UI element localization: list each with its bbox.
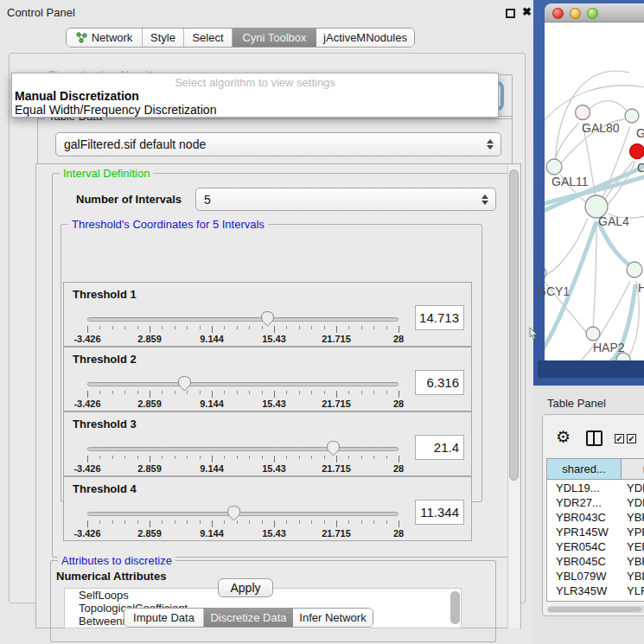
slider-ticks xyxy=(87,520,399,527)
node-label-g-cut: G xyxy=(636,126,644,140)
thresholds-group-title: Threshold's Coordinates for 5 Intervals xyxy=(68,218,268,231)
scrollbar-thumb[interactable] xyxy=(548,607,641,612)
table-row[interactable]: YER054CYER0 xyxy=(547,539,644,554)
table-row[interactable]: YBR045CYBR0 xyxy=(547,554,644,569)
threshold-1-value-input[interactable] xyxy=(415,305,464,330)
threshold-1-label: Threshold 1 xyxy=(73,288,137,301)
number-of-intervals-combobox[interactable]: 5 xyxy=(195,188,496,211)
network-node-hap2[interactable] xyxy=(586,327,600,341)
close-traffic-light-icon[interactable] xyxy=(552,8,564,19)
table-data-group: Table Data galFiltered.sif default node xyxy=(37,116,513,164)
network-node-gal80[interactable] xyxy=(576,105,590,120)
network-window-titlebar[interactable] xyxy=(545,3,644,22)
threshold-4-slider[interactable]: -3.426 2.859 9.144 15.43 21.715 28 xyxy=(87,510,399,539)
slider-track[interactable] xyxy=(87,512,399,516)
threshold-2-value-input[interactable] xyxy=(415,370,464,395)
threshold-2-label: Threshold 2 xyxy=(73,353,137,366)
slider-thumb[interactable] xyxy=(226,505,241,521)
table-row[interactable]: YPR145WYPR1 xyxy=(547,525,644,539)
threshold-panel-4: Threshold 4 -3.426 2.859 9.144 15.43 21.… xyxy=(63,476,472,541)
cyni-toolbox-content: Discretization Algorithm Table Data galF… xyxy=(9,53,526,603)
network-node-gal11[interactable] xyxy=(546,159,562,175)
table-row[interactable]: YIL052CYIL0 xyxy=(547,598,644,602)
algorithm-dropdown-popup: Select algorithm to view settings Manual… xyxy=(11,73,499,118)
threshold-3-slider[interactable]: -3.426 2.859 9.144 15.43 21.715 28 xyxy=(87,445,399,475)
tab-cyni-toolbox[interactable]: Cyni Toolbox xyxy=(233,29,316,47)
dropdown-item-equal-width-frequency[interactable]: Equal Width/Frequency Discretization xyxy=(12,103,498,117)
tab-discretize-data[interactable]: Discretize Data xyxy=(204,609,293,627)
table-rows: YDL19...YDL1 YDR27...YDR2 YBR043CYBR0 YP… xyxy=(547,481,644,602)
apply-button[interactable]: Apply xyxy=(218,578,273,597)
split-columns-icon[interactable] xyxy=(586,430,603,446)
list-scrollbar[interactable] xyxy=(450,591,460,624)
tab-impute-data[interactable]: Impute Data xyxy=(124,609,204,627)
node-label-gal80: GAL80 xyxy=(582,121,620,135)
table-row[interactable]: YBR043CYBR0 xyxy=(547,510,644,525)
settings-scrollbar[interactable] xyxy=(507,165,520,628)
slider-track[interactable] xyxy=(87,447,399,451)
tab-jactivemnodules[interactable]: jActiveMNodules xyxy=(316,29,414,47)
network-canvas[interactable] xyxy=(545,22,644,360)
node-table: shared... n YDL19...YDL1 YDR27...YDR2 YB… xyxy=(546,458,644,602)
table-data-combobox[interactable]: galFiltered.sif default node xyxy=(55,132,501,156)
threshold-panel-2: Threshold 2 -3.426 2.859 9.144 15.43 21.… xyxy=(63,347,472,411)
network-node-gcy1[interactable] xyxy=(545,266,546,280)
checkbox-icon[interactable]: ✓ xyxy=(615,434,624,443)
table-panel-title: Table Panel xyxy=(547,397,606,410)
table-panel: Table Panel ⚙ ✓ ✓ shared... n YDL19...YD… xyxy=(533,386,644,644)
slider-track[interactable] xyxy=(87,382,399,386)
close-icon[interactable]: ✖ xyxy=(522,5,532,18)
zoom-traffic-light-icon[interactable] xyxy=(587,8,598,19)
number-of-intervals-label: Number of Intervals xyxy=(76,193,182,206)
column-header-name[interactable]: n xyxy=(622,459,644,479)
network-graph xyxy=(545,22,644,360)
mouse-cursor xyxy=(529,328,538,340)
slider-ticks xyxy=(87,456,399,462)
node-label-gcy1: GCY1 xyxy=(537,284,570,298)
checkbox-icon[interactable]: ✓ xyxy=(627,434,636,443)
node-label-hap2: HAP2 xyxy=(593,341,625,354)
slider-track[interactable] xyxy=(87,317,399,322)
dropdown-item-manual-discretization[interactable]: Manual Discretization xyxy=(12,89,498,103)
node-label-gal4: GAL4 xyxy=(598,214,629,228)
horizontal-scrollbar[interactable] xyxy=(547,606,644,613)
table-data-value: galFiltered.sif default node xyxy=(64,137,206,151)
threshold-3-label: Threshold 3 xyxy=(73,418,137,430)
spinner-icon xyxy=(487,139,494,150)
slider-ticks xyxy=(87,391,399,398)
slider-thumb[interactable] xyxy=(177,375,192,392)
gear-icon[interactable]: ⚙ xyxy=(556,429,571,445)
slider-thumb[interactable] xyxy=(260,310,275,327)
tab-infer-network[interactable]: Infer Network xyxy=(293,609,373,627)
slider-scale: -3.426 2.859 9.144 15.43 21.715 28 xyxy=(87,334,399,344)
network-node-selected[interactable] xyxy=(630,144,644,159)
scrollbar-thumb[interactable] xyxy=(509,169,519,481)
network-node-h[interactable] xyxy=(627,262,642,277)
threshold-3-value-input[interactable] xyxy=(415,435,464,460)
threshold-panel-1: Threshold 1 -3.426 2.859 9.144 15.43 21.… xyxy=(63,282,472,347)
settings-viewport: Interval Definition Number of Intervals … xyxy=(35,163,521,628)
slider-thumb[interactable] xyxy=(326,440,341,456)
column-header-shared-name[interactable]: shared... xyxy=(547,459,622,479)
threshold-2-slider[interactable]: -3.426 2.859 9.144 15.43 21.715 28 xyxy=(87,380,399,410)
network-node-g[interactable] xyxy=(625,109,639,123)
table-row[interactable]: YDR27...YDR2 xyxy=(547,495,644,510)
node-label-h-cut: H xyxy=(638,281,644,295)
tab-network-label: Network xyxy=(92,31,133,44)
slider-scale: -3.426 2.859 9.144 15.43 21.715 28 xyxy=(87,399,399,409)
tab-style[interactable]: Style xyxy=(143,29,184,47)
table-row[interactable]: YDL19...YDL1 xyxy=(547,481,644,495)
control-panel: Control Panel ✖ Network Style Select xyxy=(0,0,533,644)
threshold-1-slider[interactable]: -3.426 2.859 9.144 15.43 21.715 28 xyxy=(87,316,399,345)
table-panel-body: ⚙ ✓ ✓ shared... n YDL19...YDL1 YDR27...Y… xyxy=(542,414,644,616)
panel-title: Control Panel xyxy=(7,6,75,19)
tab-network[interactable]: Network xyxy=(67,29,143,47)
table-row[interactable]: YBL079WYBL0 xyxy=(547,569,644,583)
tab-select[interactable]: Select xyxy=(184,29,233,47)
float-window-icon[interactable] xyxy=(506,9,515,18)
top-tab-bar: Network Style Select Cyni Toolbox jActiv… xyxy=(66,28,415,48)
number-of-intervals-value: 5 xyxy=(204,193,211,207)
threshold-4-value-input[interactable] xyxy=(415,500,464,525)
table-row[interactable]: YLR345WYLR3 xyxy=(547,583,644,598)
minimize-traffic-light-icon[interactable] xyxy=(570,8,581,19)
